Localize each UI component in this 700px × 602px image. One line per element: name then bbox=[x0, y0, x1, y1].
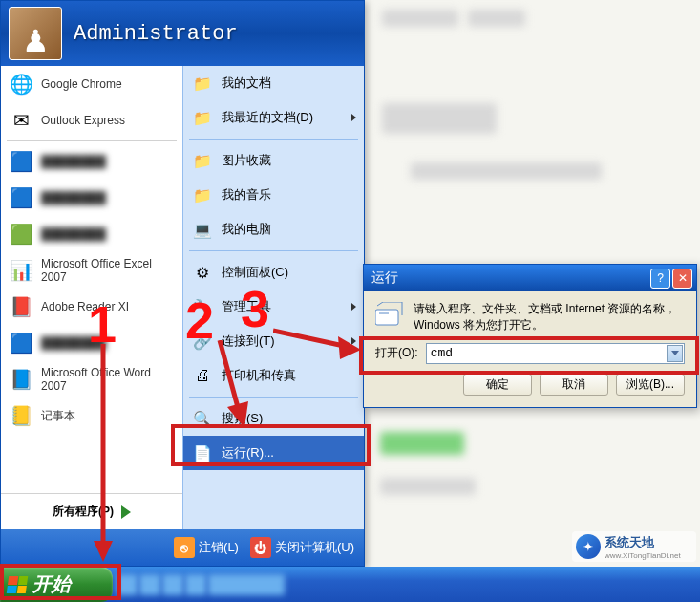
app-icon: 🟦 bbox=[7, 147, 35, 176]
app-icon: 🌐 bbox=[7, 70, 35, 98]
run-command-value: cmd bbox=[431, 346, 453, 360]
system-menu-item[interactable]: 📁我的文档 bbox=[183, 66, 364, 100]
pinned-app-item[interactable]: 🟦████████ bbox=[1, 325, 182, 361]
all-programs-button[interactable]: 所有程序(P) bbox=[1, 493, 182, 529]
taskbar-item[interactable] bbox=[117, 574, 138, 595]
system-menu-item[interactable]: ⚙控制面板(C) bbox=[183, 255, 364, 290]
open-label: 打开(O): bbox=[375, 345, 418, 361]
combo-dropdown-button[interactable] bbox=[667, 345, 683, 362]
taskbar-items bbox=[113, 567, 700, 602]
run-command-input[interactable]: cmd bbox=[426, 343, 685, 364]
menu-item-icon: 🔍 bbox=[191, 407, 214, 430]
pinned-app-item[interactable]: 🟦████████ bbox=[1, 180, 182, 216]
menu-item-label: 图片收藏 bbox=[222, 152, 271, 169]
start-menu-header: ♟ Administrator bbox=[1, 1, 364, 66]
menu-item-label: 我的电脑 bbox=[222, 221, 271, 238]
app-icon: 📊 bbox=[7, 256, 35, 285]
app-label: Adobe Reader XI bbox=[41, 300, 129, 313]
start-menu-left-panel: 🌐Google Chrome✉Outlook Express🟦████████🟦… bbox=[1, 66, 182, 529]
system-menu-item[interactable]: 📁我最近的文档(D) bbox=[183, 100, 364, 135]
menu-item-icon: 🖨 bbox=[191, 364, 214, 387]
logoff-label: 注销(L) bbox=[199, 539, 239, 556]
menu-item-label: 我的文档 bbox=[222, 75, 271, 92]
taskbar-item[interactable] bbox=[185, 574, 206, 595]
app-label: Microsoft Office Excel 2007 bbox=[41, 257, 177, 285]
start-menu: ♟ Administrator 🌐Google Chrome✉Outlook E… bbox=[0, 0, 365, 567]
arrow-right-icon bbox=[121, 505, 131, 519]
pinned-app-item[interactable]: 🟩████████ bbox=[1, 216, 182, 252]
system-menu-item[interactable]: 🖨打印机和传真 bbox=[183, 358, 364, 393]
help-button[interactable]: ? bbox=[650, 269, 670, 289]
taskbar-item[interactable] bbox=[162, 574, 183, 595]
pinned-app-item[interactable]: 📊Microsoft Office Excel 2007 bbox=[1, 252, 182, 289]
app-label: ████████ bbox=[41, 336, 106, 350]
shutdown-label: 关闭计算机(U) bbox=[275, 539, 354, 556]
menu-item-label: 我最近的文档(D) bbox=[222, 109, 313, 126]
windows-flag-icon bbox=[7, 576, 29, 593]
menu-item-icon: 🔧 bbox=[191, 295, 214, 318]
close-button[interactable]: ✕ bbox=[672, 269, 692, 289]
run-description: 请键入程序、文件夹、文档或 Internet 资源的名称，Windows 将为您… bbox=[414, 301, 685, 333]
menu-item-icon: 📁 bbox=[191, 106, 214, 129]
menu-item-icon: 🔗 bbox=[191, 330, 214, 353]
taskbar-item[interactable] bbox=[208, 574, 285, 595]
app-label: ████████ bbox=[41, 191, 106, 204]
watermark-text: 系统天地 bbox=[605, 535, 654, 549]
system-menu-item[interactable]: 🔍搜索(S) bbox=[183, 401, 364, 436]
app-icon: 📒 bbox=[7, 401, 35, 430]
app-label: Microsoft Office Word 2007 bbox=[41, 366, 177, 394]
app-label: ████████ bbox=[41, 227, 106, 241]
system-menu-item[interactable]: 💻我的电脑 bbox=[183, 212, 364, 247]
submenu-arrow-icon bbox=[351, 114, 356, 121]
menu-item-label: 搜索(S) bbox=[222, 410, 263, 427]
run-dialog-title: 运行 bbox=[371, 269, 398, 287]
menu-item-icon: 📁 bbox=[191, 183, 214, 206]
shutdown-icon: ⏻ bbox=[250, 537, 271, 558]
user-name: Administrator bbox=[74, 22, 238, 46]
menu-item-icon: 📁 bbox=[191, 149, 214, 172]
app-icon: 📘 bbox=[7, 365, 35, 394]
pinned-app-item[interactable]: 📘Microsoft Office Word 2007 bbox=[1, 361, 182, 398]
app-label: Google Chrome bbox=[41, 77, 122, 91]
start-button-label: 开始 bbox=[32, 571, 71, 597]
start-menu-footer: ⎋ 注销(L) ⏻ 关闭计算机(U) bbox=[1, 529, 364, 566]
browse-button[interactable]: 浏览(B)... bbox=[616, 374, 685, 396]
system-menu-item[interactable]: 🔧管理工具 bbox=[183, 290, 364, 324]
app-icon: 🟦 bbox=[7, 183, 35, 212]
all-programs-label: 所有程序(P) bbox=[53, 504, 114, 520]
submenu-arrow-icon bbox=[351, 303, 356, 311]
pinned-app-item[interactable]: 🟦████████ bbox=[1, 143, 182, 180]
app-icon: 🟩 bbox=[7, 220, 35, 248]
shutdown-button[interactable]: ⏻ 关闭计算机(U) bbox=[250, 537, 354, 558]
watermark: ✦ 系统天地 www.XiTongTianDi.net bbox=[572, 531, 696, 562]
system-menu-item[interactable]: 📁图片收藏 bbox=[183, 143, 364, 178]
menu-item-label: 打印机和传真 bbox=[222, 367, 296, 384]
menu-item-icon: 📄 bbox=[191, 441, 214, 464]
menu-item-icon: ⚙ bbox=[191, 261, 214, 284]
pinned-app-item[interactable]: ✉Outlook Express bbox=[1, 102, 182, 139]
run-dialog-titlebar[interactable]: 运行 ? ✕ bbox=[364, 265, 696, 291]
menu-item-label: 我的音乐 bbox=[222, 186, 271, 204]
app-label: Outlook Express bbox=[41, 114, 125, 127]
menu-item-icon: 💻 bbox=[191, 218, 214, 241]
logoff-button[interactable]: ⎋ 注销(L) bbox=[174, 537, 239, 558]
menu-item-label: 控制面板(C) bbox=[222, 264, 288, 281]
logoff-icon: ⎋ bbox=[174, 537, 195, 558]
pinned-app-item[interactable]: 🌐Google Chrome bbox=[1, 66, 182, 102]
run-icon bbox=[375, 301, 404, 328]
pinned-app-item[interactable]: 📕Adobe Reader XI bbox=[1, 289, 182, 325]
start-button[interactable]: 开始 bbox=[0, 567, 113, 602]
menu-item-label: 管理工具 bbox=[222, 298, 271, 315]
system-menu-item[interactable]: 🔗连接到(T) bbox=[183, 324, 364, 358]
system-menu-item[interactable]: 📄运行(R)... bbox=[183, 436, 364, 470]
taskbar-item[interactable] bbox=[139, 574, 160, 595]
menu-item-label: 连接到(T) bbox=[222, 333, 275, 350]
ok-button[interactable]: 确定 bbox=[463, 374, 532, 396]
svg-rect-0 bbox=[375, 310, 398, 325]
system-menu-item[interactable]: 📁我的音乐 bbox=[183, 178, 364, 212]
cancel-button[interactable]: 取消 bbox=[540, 374, 608, 396]
watermark-logo-icon: ✦ bbox=[576, 534, 601, 559]
pinned-app-item[interactable]: 📒记事本 bbox=[1, 398, 182, 434]
menu-item-label: 运行(R)... bbox=[222, 444, 274, 462]
app-icon: ✉ bbox=[7, 106, 35, 135]
